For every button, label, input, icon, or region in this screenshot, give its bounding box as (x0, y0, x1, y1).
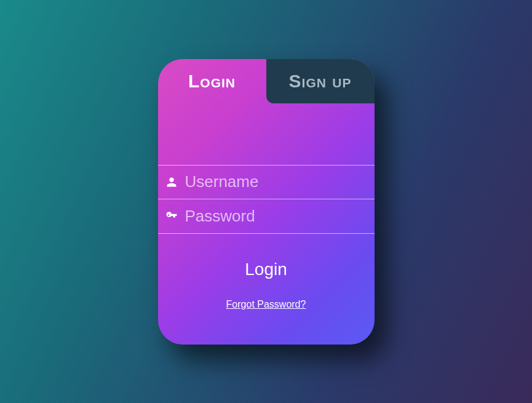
password-input[interactable] (178, 207, 375, 226)
tab-bar: Login Sign up (158, 59, 375, 103)
key-icon (165, 210, 178, 222)
username-field-row (158, 165, 375, 199)
login-card: Login Sign up Login Forgot Password? (158, 59, 375, 345)
tab-login[interactable]: Login (158, 59, 266, 103)
username-input[interactable] (178, 172, 375, 191)
tab-signup[interactable]: Sign up (266, 59, 375, 103)
forgot-password-link[interactable]: Forgot Password? (158, 299, 375, 310)
password-field-row (158, 199, 375, 234)
login-button[interactable]: Login (158, 260, 375, 279)
form-content: Login Forgot Password? (158, 103, 375, 310)
user-icon (165, 176, 178, 188)
